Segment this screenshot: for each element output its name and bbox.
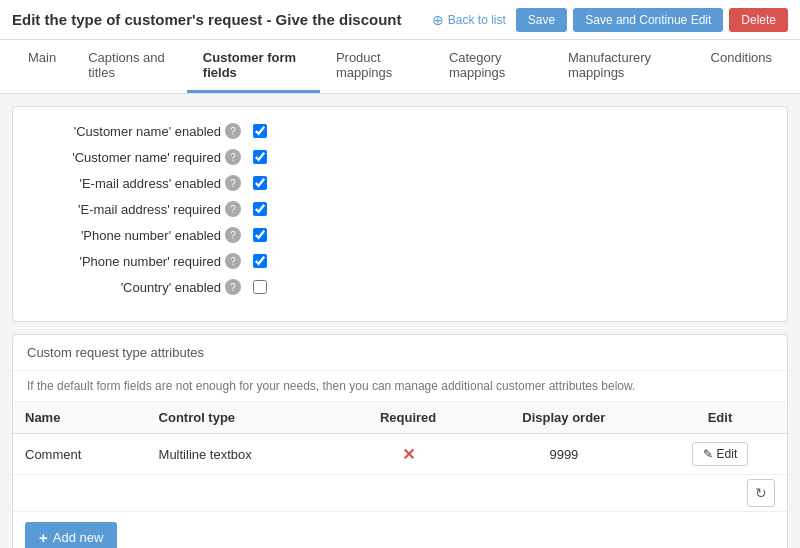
field-label-email-required: 'E-mail address' required ? (33, 201, 253, 217)
row-edit-cell: ✎ Edit (653, 434, 787, 475)
checkbox-email-enabled[interactable] (253, 176, 267, 190)
custom-section-title: Custom request type attributes (13, 335, 787, 371)
tab-conditions[interactable]: Conditions (695, 40, 788, 93)
attributes-table: Name Control type Required Display order… (13, 402, 787, 512)
tab-customer-form[interactable]: Customer form fields (187, 40, 320, 93)
tab-category[interactable]: Category mappings (433, 40, 552, 93)
refresh-row: ↻ (13, 475, 787, 512)
row-name: Comment (13, 434, 147, 475)
field-customer-name-enabled: 'Customer name' enabled ? (33, 123, 767, 139)
tab-main[interactable]: Main (12, 40, 72, 93)
checkbox-country-enabled[interactable] (253, 280, 267, 294)
add-new-label: Add new (53, 530, 104, 545)
help-icon-email-enabled[interactable]: ? (225, 175, 241, 191)
form-fields-section: 'Customer name' enabled ? 'Customer name… (12, 106, 788, 322)
field-email-enabled: 'E-mail address' enabled ? (33, 175, 767, 191)
field-email-required: 'E-mail address' required ? (33, 201, 767, 217)
tabs-bar: Main Captions and titles Customer form f… (0, 40, 800, 94)
back-link-icon: ⊕ (432, 12, 444, 28)
field-label-customer-name-enabled: 'Customer name' enabled ? (33, 123, 253, 139)
page-title: Edit the type of customer's request - Gi… (12, 11, 422, 28)
save-button[interactable]: Save (516, 8, 567, 32)
checkbox-email-required[interactable] (253, 202, 267, 216)
top-bar: Edit the type of customer's request - Gi… (0, 0, 800, 40)
help-icon-phone-required[interactable]: ? (225, 253, 241, 269)
content-area: 'Customer name' enabled ? 'Customer name… (0, 94, 800, 548)
field-customer-name-required: 'Customer name' required ? (33, 149, 767, 165)
edit-row-button[interactable]: ✎ Edit (692, 442, 749, 466)
tab-captions[interactable]: Captions and titles (72, 40, 187, 93)
back-link[interactable]: ⊕ Back to list (432, 12, 506, 28)
tab-manufacturery[interactable]: Manufacturery mappings (552, 40, 695, 93)
field-label-country-enabled: 'Country' enabled ? (33, 279, 253, 295)
row-required: ✕ (341, 434, 475, 475)
help-icon-phone-enabled[interactable]: ? (225, 227, 241, 243)
table-row: Comment Multiline textbox ✕ 9999 ✎ Edit (13, 434, 787, 475)
delete-button[interactable]: Delete (729, 8, 788, 32)
help-icon-country-enabled[interactable]: ? (225, 279, 241, 295)
refresh-cell: ↻ (13, 475, 787, 512)
pencil-icon: ✎ (703, 447, 713, 461)
col-control-type: Control type (147, 402, 342, 434)
action-buttons: Save Save and Continue Edit Delete (516, 8, 788, 32)
col-name: Name (13, 402, 147, 434)
field-label-phone-required: 'Phone number' required ? (33, 253, 253, 269)
back-link-text: Back to list (448, 13, 506, 27)
field-country-enabled: 'Country' enabled ? (33, 279, 767, 295)
checkbox-phone-enabled[interactable] (253, 228, 267, 242)
checkbox-customer-name-required[interactable] (253, 150, 267, 164)
row-control-type: Multiline textbox (147, 434, 342, 475)
field-label-customer-name-required: 'Customer name' required ? (33, 149, 253, 165)
edit-label: Edit (717, 447, 738, 461)
tab-product[interactable]: Product mappings (320, 40, 433, 93)
field-label-email-enabled: 'E-mail address' enabled ? (33, 175, 253, 191)
custom-attributes-section: Custom request type attributes If the de… (12, 334, 788, 548)
field-label-phone-enabled: 'Phone number' enabled ? (33, 227, 253, 243)
save-continue-button[interactable]: Save and Continue Edit (573, 8, 723, 32)
table-header-row: Name Control type Required Display order… (13, 402, 787, 434)
col-edit: Edit (653, 402, 787, 434)
add-new-button[interactable]: + Add new (25, 522, 117, 548)
col-display-order: Display order (475, 402, 653, 434)
refresh-button[interactable]: ↻ (747, 479, 775, 507)
custom-section-description: If the default form fields are not enoug… (13, 371, 787, 402)
field-phone-enabled: 'Phone number' enabled ? (33, 227, 767, 243)
required-no-icon: ✕ (402, 446, 415, 463)
checkbox-phone-required[interactable] (253, 254, 267, 268)
col-required: Required (341, 402, 475, 434)
help-icon-customer-name-enabled[interactable]: ? (225, 123, 241, 139)
help-icon-email-required[interactable]: ? (225, 201, 241, 217)
refresh-icon: ↻ (755, 485, 767, 501)
row-display-order: 9999 (475, 434, 653, 475)
checkbox-customer-name-enabled[interactable] (253, 124, 267, 138)
field-phone-required: 'Phone number' required ? (33, 253, 767, 269)
help-icon-customer-name-required[interactable]: ? (225, 149, 241, 165)
add-icon: + (39, 529, 48, 546)
